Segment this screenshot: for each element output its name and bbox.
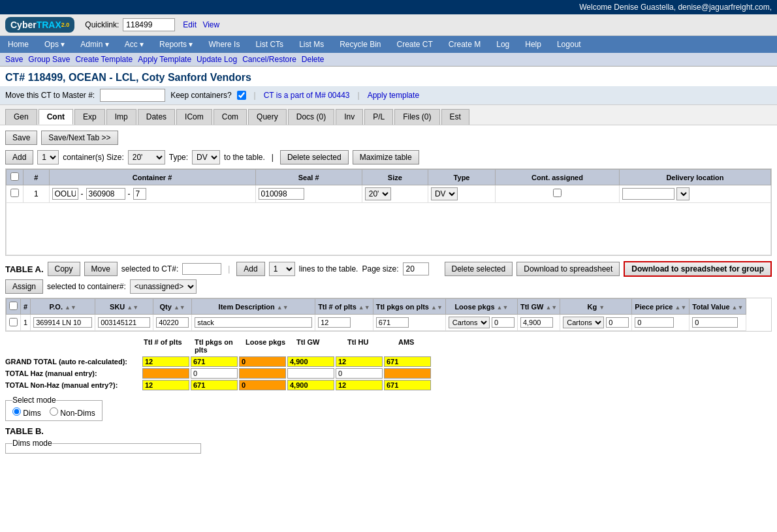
save-next-button[interactable]: Save/Next Tab >> bbox=[41, 131, 118, 145]
nonhaz-ams[interactable] bbox=[384, 380, 431, 390]
action-create-template[interactable]: Create Template bbox=[75, 55, 133, 64]
non-dims-radio[interactable] bbox=[50, 407, 58, 416]
copy-button[interactable]: Copy bbox=[48, 262, 80, 276]
tab-pl[interactable]: P/L bbox=[364, 109, 393, 125]
nonhaz-hu[interactable] bbox=[336, 380, 383, 390]
tab-docs[interactable]: Docs (0) bbox=[288, 109, 334, 125]
tab-est[interactable]: Est bbox=[441, 109, 469, 125]
loose-pkgs-input[interactable] bbox=[492, 317, 515, 328]
maximize-table-button[interactable]: Maximize table bbox=[353, 150, 419, 164]
nav-ops[interactable]: Ops ▾ bbox=[37, 36, 72, 53]
items-th-total-value[interactable]: Total Value ▲▼ bbox=[690, 299, 746, 315]
total-value-input[interactable] bbox=[692, 317, 738, 328]
nav-reports[interactable]: Reports ▾ bbox=[151, 36, 200, 53]
container-row-checkbox[interactable] bbox=[10, 189, 19, 197]
master-number-input[interactable] bbox=[100, 89, 165, 102]
piece-price-input[interactable] bbox=[635, 317, 674, 328]
view-link[interactable]: View bbox=[202, 20, 219, 29]
action-delete[interactable]: Delete bbox=[302, 55, 325, 64]
items-th-sku[interactable]: SKU ▲▼ bbox=[95, 299, 153, 315]
delivery-location-select[interactable] bbox=[676, 187, 690, 200]
tab-imp[interactable]: Imp bbox=[106, 109, 136, 125]
tab-cont[interactable]: Cont bbox=[39, 109, 73, 125]
download-group-button[interactable]: Download to spreadsheet for group bbox=[624, 261, 772, 277]
ttl-plts-input[interactable] bbox=[318, 317, 351, 328]
po-input[interactable] bbox=[33, 317, 92, 328]
container-size-select[interactable]: 20'40'40HC45' bbox=[128, 150, 165, 164]
items-th-desc[interactable]: Item Description ▲▼ bbox=[192, 299, 315, 315]
nonhaz-pkgs[interactable] bbox=[191, 380, 238, 390]
items-th-ttl-gw[interactable]: Ttl GW ▲▼ bbox=[517, 299, 560, 315]
quicklink-input[interactable] bbox=[123, 18, 175, 31]
container-type-select[interactable]: DVRFOTFR bbox=[192, 150, 220, 164]
dims-radio[interactable] bbox=[12, 407, 21, 416]
haz-plts[interactable] bbox=[142, 368, 189, 379]
add-line-button[interactable]: Add bbox=[236, 262, 264, 276]
nav-home[interactable]: Home bbox=[0, 36, 37, 53]
move-button[interactable]: Move bbox=[84, 262, 118, 276]
add-container-button[interactable]: Add bbox=[5, 150, 33, 164]
page-size-input[interactable] bbox=[403, 262, 429, 275]
items-select-all[interactable] bbox=[9, 302, 18, 310]
items-th-qty[interactable]: Qty ▲▼ bbox=[153, 299, 192, 315]
items-th-loose-pkgs[interactable]: Loose pkgs ▲▼ bbox=[445, 299, 517, 315]
container-select-all[interactable] bbox=[10, 172, 19, 181]
tab-files[interactable]: Files (0) bbox=[394, 109, 439, 125]
haz-hu[interactable] bbox=[336, 368, 383, 379]
ttl-pkgs-input[interactable] bbox=[376, 317, 409, 328]
haz-gw[interactable] bbox=[287, 368, 334, 379]
delete-container-button[interactable]: Delete selected bbox=[280, 150, 349, 164]
nav-logout[interactable]: Logout bbox=[549, 36, 589, 53]
container-type-row-select[interactable]: DVRF bbox=[431, 187, 458, 200]
sku-input[interactable] bbox=[98, 317, 150, 328]
delivery-location-input[interactable] bbox=[622, 188, 674, 200]
assign-container-select[interactable]: <unassigned> bbox=[130, 279, 197, 294]
container-size-row-select[interactable]: 20'40' bbox=[365, 187, 391, 200]
action-apply-template[interactable]: Apply Template bbox=[138, 55, 191, 64]
nav-admin[interactable]: Admin ▾ bbox=[72, 36, 116, 53]
tab-com[interactable]: Com bbox=[214, 109, 247, 125]
haz-loose[interactable] bbox=[239, 368, 286, 379]
item-row-checkbox[interactable] bbox=[9, 318, 18, 326]
edit-link[interactable]: Edit bbox=[183, 20, 197, 29]
tab-dates[interactable]: Dates bbox=[138, 109, 175, 125]
keep-containers-checkbox[interactable] bbox=[237, 91, 246, 100]
nav-list-cts[interactable]: List CTs bbox=[247, 36, 291, 53]
action-group-save[interactable]: Group Save bbox=[28, 55, 70, 64]
action-cancel-restore[interactable]: Cancel/Restore bbox=[242, 55, 296, 64]
nonhaz-plts[interactable] bbox=[142, 380, 189, 390]
container-num-input[interactable] bbox=[86, 188, 125, 200]
tab-query[interactable]: Query bbox=[248, 109, 287, 125]
items-th-po[interactable]: P.O. ▲▼ bbox=[31, 299, 95, 315]
action-save[interactable]: Save bbox=[5, 55, 23, 64]
container-qty-select[interactable]: 12345 bbox=[37, 150, 59, 164]
nav-recycle-bin[interactable]: Recycle Bin bbox=[332, 36, 388, 53]
nav-help[interactable]: Help bbox=[517, 36, 549, 53]
loose-pkgs-unit-select[interactable]: Cartons bbox=[449, 317, 490, 328]
action-update-log[interactable]: Update Log bbox=[197, 55, 237, 64]
container-prefix-input[interactable] bbox=[52, 188, 78, 200]
download-spreadsheet-button[interactable]: Download to spreadsheet bbox=[516, 262, 620, 276]
nav-whereis[interactable]: Where Is bbox=[200, 36, 247, 53]
delete-lines-button[interactable]: Delete selected bbox=[445, 262, 513, 276]
kg-val-input[interactable] bbox=[606, 317, 629, 328]
tab-exp[interactable]: Exp bbox=[74, 109, 105, 125]
kg-unit-select[interactable]: Cartons bbox=[563, 317, 604, 328]
selected-ct-input[interactable] bbox=[182, 263, 221, 275]
assign-button[interactable]: Assign bbox=[5, 279, 43, 294]
master-link[interactable]: CT is a part of M# 00443 bbox=[264, 91, 350, 100]
nonhaz-gw[interactable] bbox=[287, 380, 334, 390]
items-th-ttl-pkgs[interactable]: Ttl pkgs on plts ▲▼ bbox=[373, 299, 445, 315]
seal-input[interactable] bbox=[259, 188, 304, 200]
desc-input[interactable] bbox=[195, 317, 312, 328]
container-check-input[interactable] bbox=[133, 188, 146, 200]
haz-pkgs[interactable] bbox=[191, 368, 238, 379]
haz-ams[interactable] bbox=[384, 368, 431, 379]
nav-log[interactable]: Log bbox=[488, 36, 517, 53]
tab-inv[interactable]: Inv bbox=[336, 109, 363, 125]
cont-assigned-checkbox[interactable] bbox=[553, 189, 562, 197]
items-th-piece-price[interactable]: Piece price ▲▼ bbox=[632, 299, 690, 315]
nav-create-ct[interactable]: Create CT bbox=[389, 36, 441, 53]
tab-icom[interactable]: ICom bbox=[176, 109, 212, 125]
apply-template-link[interactable]: Apply template bbox=[368, 91, 419, 100]
